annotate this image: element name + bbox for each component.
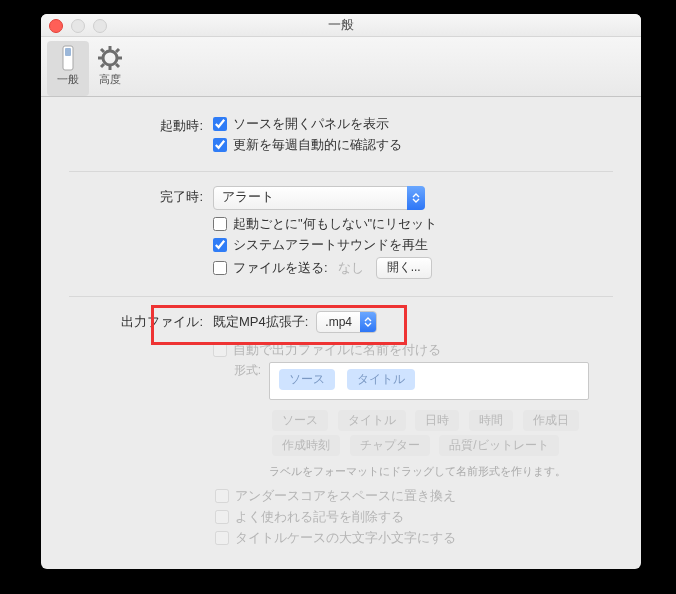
- checkbox-input: [215, 531, 229, 545]
- token-pill[interactable]: 品質/ビットレート: [439, 435, 558, 456]
- preferences-window: 一般 一般 高度 起動時: ソースを開くパネルを表示: [41, 14, 641, 569]
- token-pill[interactable]: タイトル: [338, 410, 406, 431]
- label-output-file: 出力ファイル:: [69, 311, 213, 331]
- svg-line-7: [101, 49, 104, 52]
- checkbox-send-file[interactable]: ファイルを送る: なし 開く...: [213, 257, 613, 279]
- label-completion: 完了時:: [69, 186, 213, 206]
- checkbox-input[interactable]: [213, 343, 227, 357]
- checkbox-reset-each-launch[interactable]: 起動ごとに"何もしない"にリセット: [213, 215, 613, 233]
- select-value: アラート: [213, 186, 425, 210]
- token-pill[interactable]: 作成時刻: [272, 435, 340, 456]
- checkbox-label: 更新を毎週自動的に確認する: [233, 136, 402, 154]
- tab-advanced[interactable]: 高度: [89, 41, 131, 96]
- checkbox-label: システムアラートサウンドを再生: [233, 236, 428, 254]
- checkbox-remove-symbols: よく使われる記号を削除する: [215, 508, 613, 526]
- checkbox-label: よく使われる記号を削除する: [235, 508, 404, 526]
- checkbox-label: ファイルを送る:: [233, 259, 328, 277]
- label-default-ext: 既定MP4拡張子:: [213, 313, 308, 331]
- checkbox-input: [215, 510, 229, 524]
- label-startup: 起動時:: [69, 115, 213, 135]
- divider: [69, 171, 613, 172]
- token-pill[interactable]: 作成日: [523, 410, 579, 431]
- format-token-field[interactable]: ソース タイトル: [269, 362, 589, 400]
- checkbox-input[interactable]: [213, 261, 227, 275]
- svg-line-8: [116, 64, 119, 67]
- format-token[interactable]: タイトル: [347, 369, 415, 390]
- token-pill[interactable]: ソース: [272, 410, 328, 431]
- svg-point-2: [103, 51, 117, 65]
- checkbox-auto-name[interactable]: 自動で出力ファイルに名前を付ける: [213, 341, 613, 359]
- checkbox-check-updates[interactable]: 更新を毎週自動的に確認する: [213, 136, 613, 154]
- checkbox-input[interactable]: [213, 238, 227, 252]
- checkbox-label: 起動ごとに"何もしない"にリセット: [233, 215, 437, 233]
- token-pill[interactable]: 日時: [415, 410, 459, 431]
- content-pane: 起動時: ソースを開くパネルを表示 更新を毎週自動的に確認する 完了時: アラー…: [41, 97, 641, 576]
- tab-general[interactable]: 一般: [47, 41, 89, 96]
- checkbox-label: 自動で出力ファイルに名前を付ける: [233, 341, 441, 359]
- window-title: 一般: [41, 14, 641, 36]
- checkbox-input: [215, 489, 229, 503]
- send-file-destination: なし: [338, 259, 364, 277]
- checkbox-show-source-panel[interactable]: ソースを開くパネルを表示: [213, 115, 613, 133]
- svg-rect-1: [65, 48, 71, 56]
- toolbar: 一般 高度: [41, 37, 641, 97]
- checkbox-input[interactable]: [213, 217, 227, 231]
- checkbox-label: ソースを開くパネルを表示: [233, 115, 389, 133]
- tab-label: 高度: [89, 72, 131, 87]
- checkbox-label: タイトルケースの大文字小文字にする: [235, 529, 456, 547]
- gear-icon: [89, 44, 131, 72]
- titlebar: 一般: [41, 14, 641, 37]
- checkbox-titlecase: タイトルケースの大文字小文字にする: [215, 529, 613, 547]
- traffic-lights: [49, 19, 107, 33]
- format-token[interactable]: ソース: [279, 369, 335, 390]
- checkbox-play-alert-sound[interactable]: システムアラートサウンドを再生: [213, 236, 613, 254]
- checkbox-label: アンダースコアをスペースに置き換え: [235, 487, 456, 505]
- token-pill[interactable]: 時間: [469, 410, 513, 431]
- minimize-icon[interactable]: [71, 19, 85, 33]
- chevron-updown-icon: [360, 312, 376, 332]
- tab-label: 一般: [47, 72, 89, 87]
- zoom-icon[interactable]: [93, 19, 107, 33]
- checkbox-underscore-to-space: アンダースコアをスペースに置き換え: [215, 487, 613, 505]
- close-icon[interactable]: [49, 19, 63, 33]
- divider: [69, 296, 613, 297]
- select-value: .mp4: [317, 312, 360, 332]
- switch-icon: [47, 44, 89, 72]
- select-extension[interactable]: .mp4: [316, 311, 377, 333]
- svg-line-9: [116, 49, 119, 52]
- checkbox-input[interactable]: [213, 138, 227, 152]
- checkbox-input[interactable]: [213, 117, 227, 131]
- label-format: 形式:: [213, 362, 269, 379]
- available-tokens: ソース タイトル 日時 時間 作成日 作成時刻 チャプター 品質/ビットレート …: [269, 408, 589, 479]
- select-completion-action[interactable]: アラート: [213, 186, 425, 210]
- browse-button[interactable]: 開く...: [376, 257, 432, 279]
- drag-hint: ラベルをフォーマットにドラッグして名前形式を作ります。: [269, 464, 589, 479]
- token-pill[interactable]: チャプター: [350, 435, 430, 456]
- svg-line-10: [101, 64, 104, 67]
